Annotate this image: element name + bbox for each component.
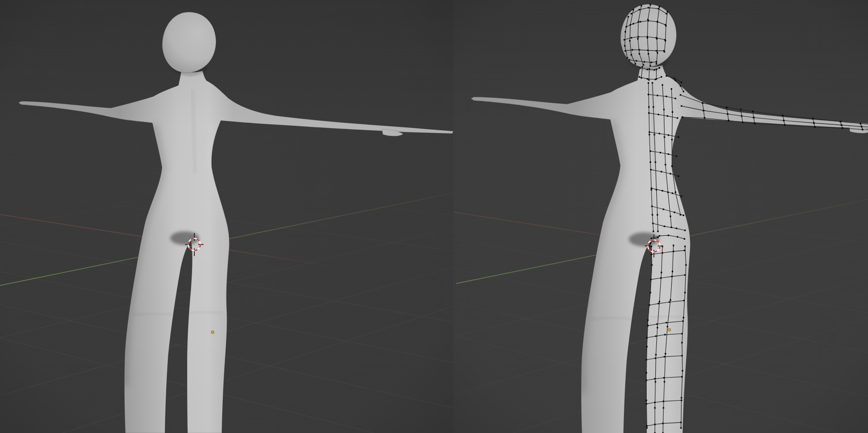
vertex-dot [683,91,684,92]
vertex-dot [651,254,652,255]
vertex-dot [652,230,654,232]
vertex-dot [637,21,639,23]
vertex-dot [656,37,657,39]
vertex-dot [625,26,627,27]
vertex-dot [646,400,647,401]
vertex-dot [678,136,679,138]
vertex-dot [659,133,660,134]
vertex-dot [651,188,652,189]
vertex-dot [664,356,665,357]
vertex-dot [684,274,686,276]
vertex-dot [672,271,673,272]
vertex-dot [648,106,650,108]
vertex-dot [649,304,650,306]
vertex-dot [635,63,636,65]
vertex-dot [664,381,665,382]
vertex-dot [685,264,687,266]
vertex-dot [627,16,629,17]
vertex-dot [651,82,653,83]
vertex-dot [655,336,657,337]
vertex-dot [647,36,648,38]
vertex-dot [662,84,663,86]
vertex-dot [654,69,655,70]
vertex-dot [629,59,630,61]
vertex-dot [650,65,651,67]
viewport-object-mode[interactable] [0,0,453,433]
vertex-dot [639,21,641,23]
vertex-dot [656,50,657,52]
vertex-dot [656,68,657,70]
vertex-dot [682,320,684,322]
vertex-dot [638,53,640,54]
vertex-dot [650,243,651,244]
vertex-dot [672,111,673,113]
vertex-dot [668,235,669,236]
vertex-dot [665,353,666,354]
vertex-dot [657,52,658,54]
vertex-dot [861,126,862,127]
vertex-dot [655,381,656,382]
vertex-dot [659,235,660,237]
vertex-dot [682,370,683,371]
vertex-dot [665,322,667,324]
vertex-dot [659,67,660,68]
vertex-dot [655,354,657,355]
object-origin-dot[interactable] [668,328,671,331]
vertex-dot [657,214,658,216]
vertex-dot [782,115,784,116]
vertex-dot [638,49,640,51]
vertex-dot [652,223,653,224]
vertex-dot [677,117,678,119]
vertex-dot [624,39,625,41]
vertex-dot [651,214,653,216]
vertex-dot [647,78,648,80]
vertex-dot [676,228,677,229]
vertex-dot [676,155,677,157]
vertex-dot [667,326,668,327]
vertex-dot [683,215,684,216]
vertex-dot [656,324,658,325]
vertex-dot [646,425,648,427]
vertex-dot [658,114,659,115]
vertex-dot [742,122,744,123]
vertex-dot [654,378,656,379]
vertex-dot [662,190,663,191]
vertex-dot [638,76,640,78]
vertex-dot [670,173,671,175]
vertex-dot [783,120,785,121]
vertex-dot [663,208,664,210]
vertex-dot [680,214,681,216]
vertex-dot [648,79,650,81]
vertex-dot [680,427,682,429]
vertex-dot [658,303,659,304]
vertex-dot [753,117,754,118]
vertex-dot [631,13,632,14]
vertex-dot [814,126,815,128]
vertex-dot [650,4,651,5]
vertex-dot [680,85,681,87]
vertex-dot [646,359,647,361]
vertex-dot [646,372,647,374]
vertex-dot [681,355,683,356]
vertex-dot [664,136,665,138]
vertex-dot [670,216,671,217]
vertex-dot [650,150,651,152]
vertex-dot [671,139,673,140]
vertex-dot [655,357,656,359]
vertex-dot [675,98,676,99]
vertex-dot [661,171,662,173]
vertex-dot [637,38,638,40]
vertex-dot [651,189,652,190]
vertex-dot [659,6,660,7]
vertex-dot [664,39,665,41]
viewport-edit-mode[interactable] [453,0,868,433]
vertex-dot [657,237,659,238]
vertex-dot [655,162,656,163]
vertex-dot [840,121,841,122]
vertex-dot [681,81,682,83]
object-origin-dot[interactable] [211,331,214,334]
vertex-dot [669,301,670,303]
vertex-dot [681,195,682,197]
vertex-dot [651,205,652,207]
vertex-dot [673,251,674,252]
